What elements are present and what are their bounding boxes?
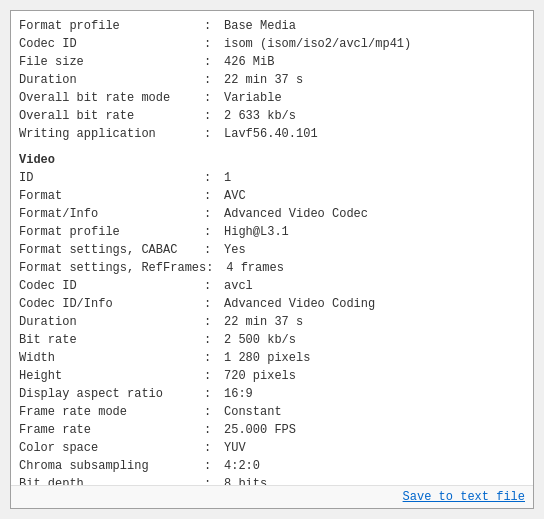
row-value: 1 bbox=[224, 169, 533, 187]
row-separator: : bbox=[204, 169, 224, 187]
row-value: Yes bbox=[224, 241, 533, 259]
table-row: Overall bit rate mode : Variable bbox=[19, 89, 533, 107]
row-value: 4:2:0 bbox=[224, 457, 533, 475]
row-separator: : bbox=[204, 295, 224, 313]
row-separator: : bbox=[204, 277, 224, 295]
row-separator: : bbox=[204, 475, 224, 485]
row-value: Advanced Video Coding bbox=[224, 295, 533, 313]
video-section-header: Video bbox=[19, 153, 533, 167]
row-separator: : bbox=[204, 385, 224, 403]
row-separator: : bbox=[204, 205, 224, 223]
row-label: ID bbox=[19, 169, 204, 187]
row-separator: : bbox=[204, 223, 224, 241]
row-separator: : bbox=[204, 89, 224, 107]
row-separator: : bbox=[206, 259, 226, 277]
row-separator: : bbox=[204, 403, 224, 421]
table-row: Format settings, CABAC : Yes bbox=[19, 241, 533, 259]
row-value: 2 633 kb/s bbox=[224, 107, 533, 125]
row-label: Bit rate bbox=[19, 331, 204, 349]
row-label: Overall bit rate bbox=[19, 107, 204, 125]
row-label: Color space bbox=[19, 439, 204, 457]
row-separator: : bbox=[204, 331, 224, 349]
row-separator: : bbox=[204, 17, 224, 35]
row-value: 4 frames bbox=[226, 259, 533, 277]
table-row: ID : 1 bbox=[19, 169, 533, 187]
footer: Save to text file bbox=[11, 485, 533, 508]
table-row: Format/Info : Advanced Video Codec bbox=[19, 205, 533, 223]
row-value: Variable bbox=[224, 89, 533, 107]
save-to-text-file-link[interactable]: Save to text file bbox=[403, 490, 525, 504]
table-row: Display aspect ratio : 16:9 bbox=[19, 385, 533, 403]
row-separator: : bbox=[204, 367, 224, 385]
table-row: Codec ID : isom (isom/iso2/avcl/mp41) bbox=[19, 35, 533, 53]
table-row: Writing application : Lavf56.40.101 bbox=[19, 125, 533, 143]
row-label: Height bbox=[19, 367, 204, 385]
row-separator: : bbox=[204, 313, 224, 331]
row-value: 2 500 kb/s bbox=[224, 331, 533, 349]
row-label: Format profile bbox=[19, 17, 204, 35]
row-label: Codec ID bbox=[19, 35, 204, 53]
row-value: 16:9 bbox=[224, 385, 533, 403]
row-separator: : bbox=[204, 421, 224, 439]
row-label: Duration bbox=[19, 71, 204, 89]
table-row: Height : 720 pixels bbox=[19, 367, 533, 385]
row-value: 8 bits bbox=[224, 475, 533, 485]
row-separator: : bbox=[204, 125, 224, 143]
row-value: 22 min 37 s bbox=[224, 71, 533, 89]
row-label: Format profile bbox=[19, 223, 204, 241]
table-row: Format : AVC bbox=[19, 187, 533, 205]
row-separator: : bbox=[204, 107, 224, 125]
row-value: Base Media bbox=[224, 17, 533, 35]
row-separator: : bbox=[204, 241, 224, 259]
row-value: avcl bbox=[224, 277, 533, 295]
table-row: Codec ID/Info : Advanced Video Coding bbox=[19, 295, 533, 313]
row-label: Duration bbox=[19, 313, 204, 331]
table-row: File size : 426 MiB bbox=[19, 53, 533, 71]
scroll-content[interactable]: Format profile : Base Media Codec ID : i… bbox=[11, 11, 533, 485]
table-row: Bit rate : 2 500 kb/s bbox=[19, 331, 533, 349]
table-row: Overall bit rate : 2 633 kb/s bbox=[19, 107, 533, 125]
row-label: Display aspect ratio bbox=[19, 385, 204, 403]
row-value: Advanced Video Codec bbox=[224, 205, 533, 223]
row-value: isom (isom/iso2/avcl/mp41) bbox=[224, 35, 533, 53]
row-separator: : bbox=[204, 35, 224, 53]
row-value: Constant bbox=[224, 403, 533, 421]
table-row: Duration : 22 min 37 s bbox=[19, 71, 533, 89]
table-row: Codec ID : avcl bbox=[19, 277, 533, 295]
spacer-1 bbox=[19, 143, 533, 153]
table-row: Frame rate mode : Constant bbox=[19, 403, 533, 421]
row-value: 1 280 pixels bbox=[224, 349, 533, 367]
media-info-window: Format profile : Base Media Codec ID : i… bbox=[10, 10, 534, 509]
row-label: File size bbox=[19, 53, 204, 71]
row-separator: : bbox=[204, 457, 224, 475]
row-value: High@L3.1 bbox=[224, 223, 533, 241]
row-value: 426 MiB bbox=[224, 53, 533, 71]
row-separator: : bbox=[204, 187, 224, 205]
table-row: Format profile : High@L3.1 bbox=[19, 223, 533, 241]
row-label: Format settings, RefFrames bbox=[19, 259, 206, 277]
table-row: Bit depth : 8 bits bbox=[19, 475, 533, 485]
row-label: Overall bit rate mode bbox=[19, 89, 204, 107]
table-row: Color space : YUV bbox=[19, 439, 533, 457]
row-label: Format bbox=[19, 187, 204, 205]
row-label: Frame rate mode bbox=[19, 403, 204, 421]
row-label: Codec ID/Info bbox=[19, 295, 204, 313]
row-value: Lavf56.40.101 bbox=[224, 125, 533, 143]
row-label: Writing application bbox=[19, 125, 204, 143]
table-row: Width : 1 280 pixels bbox=[19, 349, 533, 367]
row-label: Format settings, CABAC bbox=[19, 241, 204, 259]
content-area: Format profile : Base Media Codec ID : i… bbox=[11, 11, 533, 485]
row-value: 25.000 FPS bbox=[224, 421, 533, 439]
table-row: Format profile : Base Media bbox=[19, 17, 533, 35]
row-label: Frame rate bbox=[19, 421, 204, 439]
table-row: Frame rate : 25.000 FPS bbox=[19, 421, 533, 439]
general-rows-container: Format profile : Base Media Codec ID : i… bbox=[19, 17, 533, 143]
row-label: Codec ID bbox=[19, 277, 204, 295]
table-row: Duration : 22 min 37 s bbox=[19, 313, 533, 331]
video-section-container: Video ID : 1 Format : AVC Format/Info : … bbox=[19, 153, 533, 485]
row-label: Chroma subsampling bbox=[19, 457, 204, 475]
row-separator: : bbox=[204, 349, 224, 367]
table-row: Format settings, RefFrames : 4 frames bbox=[19, 259, 533, 277]
row-value: AVC bbox=[224, 187, 533, 205]
row-label: Width bbox=[19, 349, 204, 367]
